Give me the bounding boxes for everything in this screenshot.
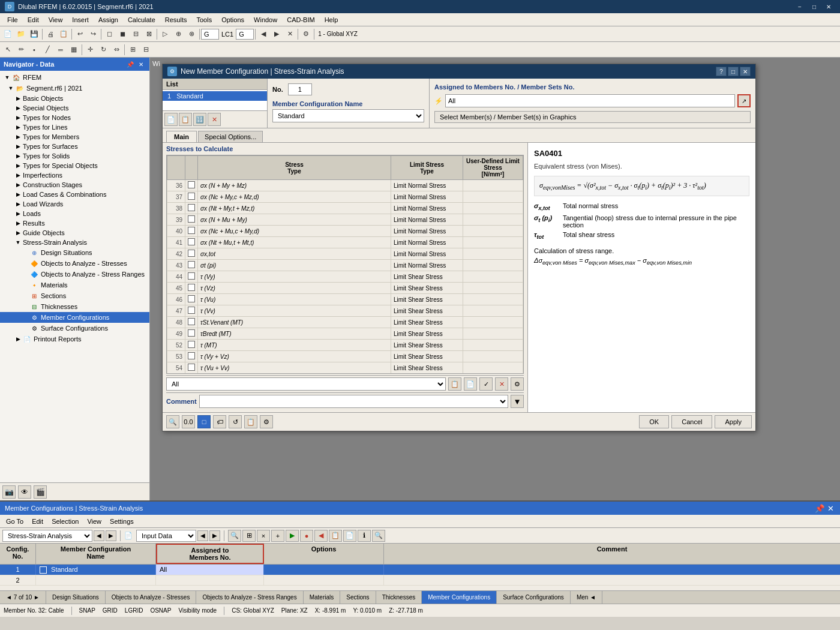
menu-goto[interactable]: Go To <box>2 517 27 526</box>
cell-check[interactable] <box>185 362 198 374</box>
status-snap[interactable]: SNAP <box>79 607 95 614</box>
draw-btn[interactable]: ✏ <box>14 43 28 56</box>
tb-red-btn[interactable]: ● <box>300 530 313 542</box>
bottom-table-row-1[interactable]: 1 Standard All <box>0 565 840 575</box>
stress-table-row[interactable]: 36 σx (N + My + Mz) Limit Normal Stress <box>167 180 523 191</box>
menu-options[interactable]: Options <box>217 13 249 26</box>
stress-table-row[interactable]: 55 τ (Vy + Vz + MT) Limit Shear Stress <box>167 374 523 374</box>
cell-check[interactable] <box>185 203 198 214</box>
snap-btn[interactable]: ⊞ <box>126 43 139 56</box>
nav-expand-guide[interactable]: ▶ <box>14 229 22 236</box>
nav-prev-btn[interactable]: ◀ <box>257 28 270 41</box>
dialog-assigned-input[interactable] <box>445 94 735 107</box>
cell-check[interactable] <box>185 317 198 328</box>
redo-btn[interactable]: ↪ <box>86 28 100 41</box>
tb-xxx-btn[interactable]: × <box>257 530 270 542</box>
tb-plus-btn[interactable]: + <box>271 530 284 542</box>
nav-expand-solids[interactable]: ▶ <box>14 152 22 160</box>
stress-table-row[interactable]: 37 σx (Nc + My,c + Mz,d) Limit Normal St… <box>167 191 523 203</box>
input-data-dropdown[interactable]: Input Data <box>136 530 196 542</box>
node-btn[interactable]: • <box>28 43 41 56</box>
status-visibility[interactable]: Visibility mode <box>178 607 217 614</box>
list-delete-btn[interactable]: ✕ <box>208 113 221 126</box>
print2-btn[interactable]: 📋 <box>57 28 70 41</box>
cell-check[interactable] <box>185 351 198 362</box>
cell-check[interactable] <box>185 305 198 317</box>
nav-expand-surfaces[interactable]: ▶ <box>14 143 22 150</box>
nav-expand-printout[interactable]: ▶ <box>14 335 22 343</box>
checkbox[interactable] <box>188 295 195 302</box>
status-lgrid[interactable]: LGRID <box>125 607 143 614</box>
checkbox[interactable] <box>188 364 195 371</box>
nav-video-btn[interactable]: 🎬 <box>34 485 47 499</box>
undo-btn[interactable]: ↩ <box>73 28 86 41</box>
nav-item-materials[interactable]: ▶ 🔸 Materials <box>0 280 149 290</box>
bottom-tab-obj-ranges[interactable]: Objects to Analyze - Stress Ranges <box>196 591 303 604</box>
list-copy-btn[interactable]: 📋 <box>179 113 192 126</box>
stresses-table-container[interactable]: StressType Limit StressType User-Defined… <box>166 155 524 374</box>
menu-help[interactable]: Help <box>320 13 343 26</box>
all-paste-btn[interactable]: 📄 <box>464 377 477 391</box>
tb-next-btn[interactable]: ▶ <box>106 530 116 541</box>
comment-input[interactable] <box>199 395 508 408</box>
nav-item-surfaces[interactable]: ▶ Types for Surfaces <box>0 142 149 151</box>
member-btn[interactable]: ═ <box>54 43 67 56</box>
nav-item-ssa[interactable]: ▼ Stress-Strain Analysis <box>0 238 149 247</box>
tb-filter-btn[interactable]: 🔍 <box>228 530 241 542</box>
nav-item-basic[interactable]: ▶ Basic Objects <box>0 94 149 103</box>
checkbox[interactable] <box>188 329 195 337</box>
bottom-tab-member-config[interactable]: Member Configurations <box>422 591 497 604</box>
stress-table-row[interactable]: 38 σx (Nt + My,t + Mz,t) Limit Normal St… <box>167 203 523 214</box>
bottom-tab-sections[interactable]: Sections <box>340 591 376 604</box>
nav-expand-special-objects[interactable]: ▶ <box>14 162 22 169</box>
stress-table-row[interactable]: 41 σx (Nt + Mu,t + Mt,t) Limit Normal St… <box>167 237 523 248</box>
dialog-name-select[interactable]: Standard <box>272 109 424 122</box>
cancel-button[interactable]: Cancel <box>671 415 712 428</box>
ssa-dropdown[interactable]: Stress-Strain Analysis <box>2 530 92 542</box>
checkbox[interactable] <box>188 261 195 268</box>
stress-table-row[interactable]: 53 τ (Vy + Vz) Limit Shear Stress <box>167 351 523 362</box>
close-button[interactable]: ✕ <box>822 1 835 12</box>
checkbox[interactable] <box>188 204 195 211</box>
checkbox[interactable] <box>188 238 195 245</box>
stress-table-row[interactable]: 52 τ (MT) Limit Shear Stress <box>167 340 523 351</box>
tb-copy2-btn[interactable]: 📋 <box>329 530 342 542</box>
cell-check[interactable] <box>185 271 198 283</box>
ok-button[interactable]: OK <box>639 415 669 428</box>
toolbar-number-btn[interactable]: 0.0 <box>182 415 195 428</box>
settings-btn[interactable]: ⚙ <box>299 28 313 41</box>
nav-item-solids[interactable]: ▶ Types for Solids <box>0 151 149 161</box>
nav-item-obj-stresses[interactable]: ▶ 🔶 Objects to Analyze - Stresses <box>0 258 149 269</box>
dialog-close-btn[interactable]: ✕ <box>740 67 751 76</box>
tb-go-btn[interactable]: ▶ <box>286 530 299 542</box>
bottom-table-row-2[interactable]: 2 <box>0 575 840 586</box>
view2-btn[interactable]: ◼ <box>116 28 129 41</box>
menu-insert[interactable]: Insert <box>67 13 94 26</box>
nav-item-sections[interactable]: ▶ ⊞ Sections <box>0 290 149 301</box>
menu-cad-bim[interactable]: CAD-BIM <box>282 13 319 26</box>
nav-item-members[interactable]: ▶ Types for Members <box>0 132 149 142</box>
nav-item-lines[interactable]: ▶ Types for Lines <box>0 122 149 132</box>
view3-btn[interactable]: ⊟ <box>129 28 142 41</box>
mirror-btn[interactable]: ⇔ <box>110 43 123 56</box>
stress-table-row[interactable]: 42 σx,tot Limit Normal Stress <box>167 248 523 260</box>
toolbar-highlight-btn[interactable]: □ <box>197 415 211 428</box>
menu-calculate[interactable]: Calculate <box>123 13 160 26</box>
tb-next2-btn[interactable]: ▶ <box>209 530 220 541</box>
checkbox[interactable] <box>188 352 195 359</box>
stress-table-row[interactable]: 44 τ (Vy) Limit Shear Stress <box>167 271 523 283</box>
nav-expand-basic[interactable]: ▶ <box>14 95 22 102</box>
menu-view[interactable]: View <box>44 13 68 26</box>
nav-expand-loads[interactable]: ▶ <box>14 210 22 217</box>
bottom-tab-nav[interactable]: ◄ 7 of 10 ► <box>0 591 46 604</box>
apply-button[interactable]: Apply <box>715 415 752 428</box>
bottom-panel-close-btn[interactable]: ✕ <box>826 503 835 513</box>
dialog-maximize-btn[interactable]: □ <box>728 67 739 76</box>
status-grid[interactable]: GRID <box>103 607 118 614</box>
grid-btn[interactable]: ⊟ <box>139 43 152 56</box>
nav-item-results[interactable]: ▶ Results <box>0 218 149 228</box>
bottom-tab-thicknesses[interactable]: Thicknesses <box>376 591 422 604</box>
nav-item-printout[interactable]: ▶ 📄 Printout Reports <box>0 334 149 344</box>
nav-expand-members[interactable]: ▶ <box>14 133 22 140</box>
lc2-input[interactable] <box>236 29 254 40</box>
